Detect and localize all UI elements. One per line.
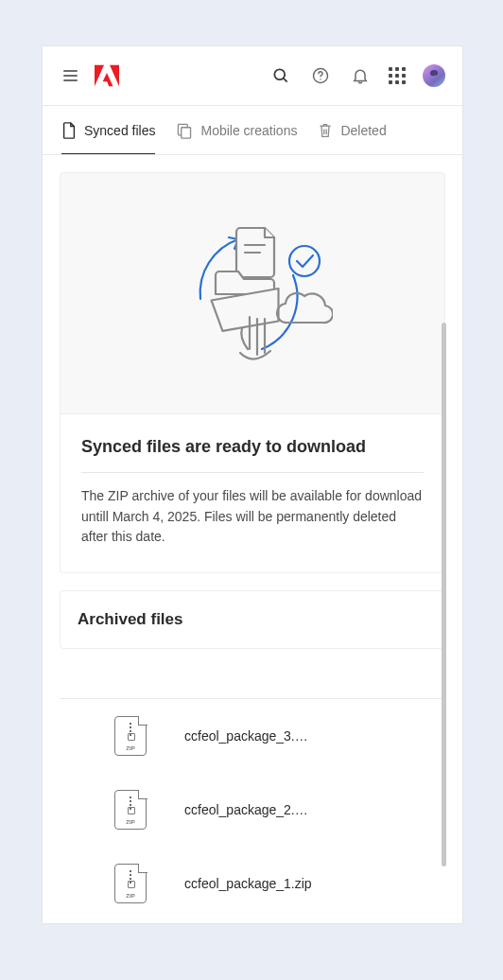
trash-icon [318, 122, 333, 139]
app-window: Synced files Mobile creations Deleted [42, 45, 463, 924]
file-row[interactable]: ZIP ccfeol_package_2.… [60, 773, 445, 847]
svg-point-3 [274, 69, 285, 79]
file-row[interactable]: ZIP ccfeol_package_1.zip [60, 847, 445, 920]
search-icon[interactable] [269, 64, 292, 87]
top-bar [43, 46, 462, 105]
avatar[interactable] [423, 64, 445, 87]
file-name: ccfeol_package_2.… [184, 802, 308, 817]
file-name: ccfeol_package_1.zip [184, 876, 312, 891]
file-row[interactable]: ZIP ccfeol_package_3.… [60, 699, 445, 773]
tab-label: Deleted [340, 123, 386, 138]
zip-file-icon: ZIP [114, 716, 147, 756]
top-bar-left [60, 64, 119, 87]
illustration [61, 173, 444, 413]
file-icon [61, 122, 77, 139]
file-name: ccfeol_package_3.… [184, 728, 308, 744]
zip-file-icon: ZIP [114, 864, 147, 903]
help-icon[interactable] [309, 64, 332, 87]
tab-label: Synced files [84, 123, 155, 138]
file-list: ZIP ccfeol_package_3.… ZIP ccfeol_packag… [60, 698, 445, 920]
notifications-icon[interactable] [349, 64, 372, 87]
svg-line-4 [284, 79, 287, 82]
card-body: Synced files are ready to download The Z… [61, 413, 444, 572]
adobe-logo-icon[interactable] [95, 64, 119, 87]
scrollbar[interactable] [442, 323, 446, 866]
tab-bar: Synced files Mobile creations Deleted [43, 105, 462, 154]
svg-marker-2 [103, 73, 113, 86]
top-bar-right [269, 64, 445, 87]
tab-deleted[interactable]: Deleted [318, 106, 386, 154]
svg-rect-8 [182, 127, 191, 137]
tab-synced-files[interactable]: Synced files [61, 106, 155, 154]
app-switcher-icon[interactable] [389, 67, 406, 84]
svg-marker-1 [95, 65, 104, 87]
mobile-icon [176, 122, 193, 139]
svg-point-6 [320, 79, 321, 80]
zip-file-icon: ZIP [114, 790, 147, 830]
tab-label: Mobile creations [200, 123, 297, 138]
card-title: Synced files are ready to download [81, 437, 424, 473]
menu-button[interactable] [60, 66, 81, 85]
archived-files-header: Archived files [60, 590, 445, 649]
content-area: Synced files are ready to download The Z… [43, 154, 462, 923]
card-description: The ZIP archive of your files will be av… [81, 473, 424, 548]
svg-point-11 [289, 246, 320, 276]
tab-mobile-creations[interactable]: Mobile creations [176, 106, 297, 154]
download-ready-card: Synced files are ready to download The Z… [60, 172, 445, 573]
